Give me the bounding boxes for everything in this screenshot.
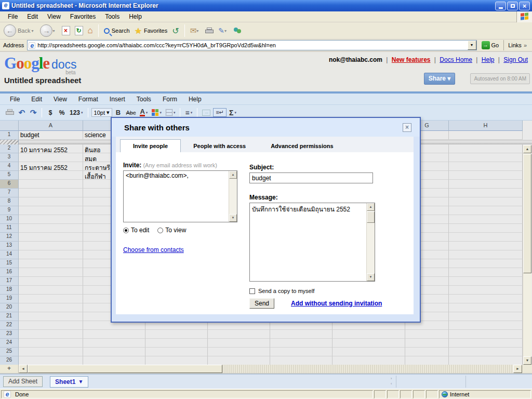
scroll-down-button[interactable]: ▼ <box>229 214 237 222</box>
cell-H22[interactable] <box>449 321 523 330</box>
address-input[interactable] <box>37 41 467 49</box>
percent-format-button[interactable]: % <box>57 108 67 118</box>
share-button[interactable]: Share ▾ <box>424 73 455 85</box>
row-header-12[interactable]: 12 <box>0 233 19 242</box>
cell-F23[interactable] <box>332 330 405 339</box>
ie-menu-view[interactable]: View <box>43 12 65 21</box>
row-header-3[interactable]: 3 <box>0 153 19 162</box>
messenger-button[interactable] <box>232 25 244 36</box>
home-button[interactable]: ⌂ <box>86 24 95 37</box>
cell-A24[interactable] <box>19 339 83 348</box>
help-link[interactable]: Help <box>482 56 495 63</box>
message-textarea[interactable]: บันทึกการใช้จ่ายเดือนมิถุนายน 2552 ▲ ▼ <box>249 203 375 282</box>
ie-menu-edit[interactable]: Edit <box>22 12 43 21</box>
row-header-21[interactable]: 21 <box>0 312 19 321</box>
wrap-text-button[interactable]: ≡↵ <box>213 108 227 117</box>
cell-D25[interactable] <box>208 348 270 356</box>
cell-A12[interactable] <box>19 233 83 242</box>
row-header-25[interactable]: 25 <box>0 348 19 356</box>
row-header-18[interactable]: 18 <box>0 286 19 295</box>
row-header-11[interactable]: 11 <box>0 224 19 233</box>
sheet-menu-dropdown-icon[interactable]: ▼ <box>78 379 83 384</box>
forward-button[interactable]: → ▾ <box>38 23 58 38</box>
print-button[interactable] <box>4 108 16 118</box>
ie-menu-file[interactable]: File <box>3 12 22 21</box>
row-header-13[interactable]: 13 <box>0 242 19 250</box>
text-color-button[interactable]: A▾ <box>138 108 149 118</box>
restore-button[interactable] <box>507 2 518 10</box>
send-button[interactable]: Send <box>249 298 274 309</box>
cell-A1[interactable]: budget <box>19 131 83 140</box>
cell-D26[interactable] <box>208 356 270 365</box>
row-header-6[interactable]: 6 <box>0 180 19 189</box>
row-header-2[interactable]: 2 <box>0 144 19 153</box>
cell-H24[interactable] <box>449 339 523 348</box>
undo-button[interactable]: ↶ <box>17 108 27 118</box>
cell-H4[interactable] <box>449 162 523 171</box>
links-bar[interactable]: Links » <box>503 40 530 50</box>
cell-H14[interactable] <box>449 250 523 259</box>
choose-from-contacts-link[interactable]: Choose from contacts <box>123 246 184 254</box>
close-button[interactable]: × <box>519 2 530 10</box>
cell-G26[interactable] <box>405 356 449 365</box>
row-header-14[interactable]: 14 <box>0 250 19 259</box>
mail-dropdown-icon[interactable]: ▾ <box>196 29 198 33</box>
row-header-4[interactable]: 4 <box>0 162 19 171</box>
scroll-right-button[interactable]: ► <box>513 365 522 373</box>
cell-A8[interactable] <box>19 197 83 206</box>
cell-C24[interactable] <box>145 339 208 348</box>
scroll-left-button[interactable]: ◄ <box>19 365 28 373</box>
cell-B26[interactable] <box>83 356 145 365</box>
cell-A26[interactable] <box>19 356 83 365</box>
sheet-menu-edit[interactable]: Edit <box>25 95 48 104</box>
cell-E24[interactable] <box>270 339 332 348</box>
cell-C26[interactable] <box>145 356 208 365</box>
sheet-menu-help[interactable]: Help <box>183 95 207 104</box>
cell-G25[interactable] <box>405 348 449 356</box>
merge-cells-button[interactable]: ↔ <box>201 108 212 118</box>
redo-button[interactable]: ↷ <box>28 108 38 118</box>
ie-menu-favorites[interactable]: Favorites <box>65 12 100 21</box>
row-header-22[interactable]: 22 <box>0 321 19 330</box>
cell-A4[interactable]: 15 มกราคม 2552 <box>19 162 83 171</box>
cell-G24[interactable] <box>405 339 449 348</box>
cell-A25[interactable] <box>19 348 83 356</box>
strikethrough-button[interactable]: Abc <box>125 108 138 118</box>
row-header-1[interactable]: 1 <box>0 131 19 140</box>
cell-H8[interactable] <box>449 197 523 206</box>
cell-C25[interactable] <box>145 348 208 356</box>
cell-A19[interactable] <box>19 295 83 303</box>
address-dropdown-button[interactable]: ▼ <box>468 41 476 50</box>
currency-format-button[interactable]: $ <box>45 108 56 118</box>
scroll-thumb[interactable] <box>367 211 375 223</box>
formulas-button[interactable]: Σ▾ <box>228 108 238 118</box>
vertical-scroll-thumb[interactable] <box>523 154 531 273</box>
cell-H3[interactable] <box>449 153 523 162</box>
cell-H9[interactable] <box>449 206 523 215</box>
corner-header[interactable] <box>0 121 19 131</box>
cell-H20[interactable] <box>449 303 523 312</box>
cell-H2[interactable] <box>449 144 523 153</box>
cell-E23[interactable] <box>270 330 332 339</box>
cell-H6[interactable] <box>449 180 523 189</box>
sheet-menu-form[interactable]: Form <box>157 95 183 104</box>
row-header-26[interactable]: 26 <box>0 356 19 365</box>
cell-A10[interactable] <box>19 215 83 224</box>
row-header-15[interactable]: 15 <box>0 259 19 268</box>
cell-G23[interactable] <box>405 330 449 339</box>
scroll-down-button[interactable]: ▼ <box>523 356 531 365</box>
to-view-radio[interactable]: To view <box>157 227 186 234</box>
cell-A18[interactable] <box>19 286 83 295</box>
back-dropdown-icon[interactable]: ▾ <box>31 29 33 33</box>
cell-A3[interactable] <box>19 153 83 162</box>
row-header-24[interactable]: 24 <box>0 339 19 348</box>
cell-H11[interactable] <box>449 224 523 233</box>
go-button[interactable]: → Go <box>479 41 502 50</box>
sheet-menu-view[interactable]: View <box>48 95 73 104</box>
cell-F26[interactable] <box>332 356 405 365</box>
cell-H1[interactable] <box>449 131 523 140</box>
number-format-button[interactable]: 123▾ <box>68 108 85 118</box>
row-header-20[interactable]: 20 <box>0 303 19 312</box>
cell-F24[interactable] <box>332 339 405 348</box>
invite-scrollbar[interactable]: ▲ ▼ <box>229 171 237 222</box>
